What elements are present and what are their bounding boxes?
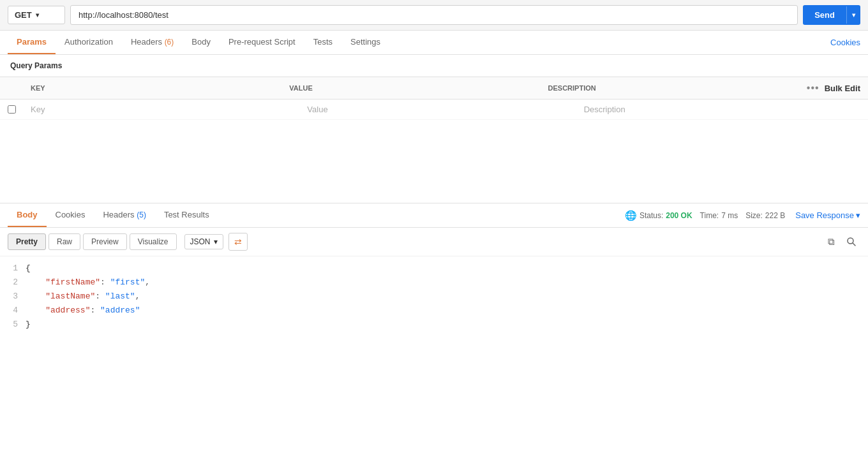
tab-authorization[interactable]: Authorization [56, 31, 122, 54]
line-num-5: 5 [0, 318, 26, 332]
tab-tests[interactable]: Tests [304, 31, 341, 54]
url-input[interactable] [70, 5, 798, 25]
row-checkbox-input[interactable] [8, 105, 16, 114]
method-chevron-icon: ▾ [36, 11, 39, 18]
line-num-2: 2 [0, 276, 26, 290]
response-tab-cookies[interactable]: Cookies [47, 203, 94, 227]
time-value: 7 ms [721, 211, 738, 220]
response-tabs: Body Cookies Headers (5) Test Results 🌐 … [0, 203, 868, 228]
response-tabs-wrap: Body Cookies Headers (5) Test Results 🌐 … [8, 203, 860, 227]
row-key[interactable]: Key [23, 100, 299, 119]
row-description[interactable]: Description [576, 100, 853, 119]
row-checkbox[interactable] [0, 105, 23, 114]
response-section: Body Cookies Headers (5) Test Results 🌐 … [0, 203, 868, 432]
line-content-4: "address": "addres" [26, 304, 868, 318]
view-pretty-button[interactable]: Pretty [8, 233, 46, 250]
copy-button[interactable]: ⧉ [822, 233, 840, 251]
method-select[interactable]: GET ▾ [8, 6, 65, 24]
table-row: Key Value Description [0, 100, 868, 120]
params-table-header: KEY VALUE DESCRIPTION ••• Bulk Edit [0, 77, 868, 100]
save-response-chevron-icon: ▾ [856, 210, 860, 220]
format-select[interactable]: JSON ▾ [184, 234, 223, 249]
copy-icon: ⧉ [828, 236, 835, 247]
response-tab-body[interactable]: Body [8, 203, 47, 227]
code-line-3: 3 "lastName": "last", [0, 290, 868, 304]
line-num-1: 1 [0, 262, 26, 276]
tab-headers-label: Headers [131, 37, 165, 47]
send-button[interactable]: Send ▾ [803, 5, 860, 25]
send-chevron-icon: ▾ [846, 6, 860, 24]
row-value[interactable]: Value [299, 100, 576, 119]
tab-pre-request-script[interactable]: Pre-request Script [220, 31, 304, 54]
code-line-1: 1 { [0, 262, 868, 276]
view-visualize-button[interactable]: Visualize [130, 233, 177, 250]
body-toolbar: Pretty Raw Preview Visualize JSON ▾ ⇄ ⧉ [0, 228, 868, 256]
code-area: 1 { 2 "firstName": "first", 3 "lastName"… [0, 256, 868, 427]
top-bar: GET ▾ Send ▾ [0, 0, 868, 31]
tab-headers-badge: (6) [165, 38, 174, 47]
tab-settings[interactable]: Settings [341, 31, 389, 54]
line-content-3: "lastName": "last", [26, 290, 868, 304]
send-label: Send [803, 5, 846, 25]
format-chevron-icon: ▾ [214, 237, 218, 246]
body-toolbar-icons: ⧉ [822, 233, 860, 251]
status-value: 200 OK [666, 211, 692, 220]
code-line-2: 2 "firstName": "first", [0, 276, 868, 290]
key-column-header: KEY [23, 79, 281, 97]
method-label: GET [15, 10, 32, 20]
format-label: JSON [190, 237, 211, 246]
save-response-label: Save Response [795, 210, 854, 220]
params-empty-space [0, 120, 868, 203]
tab-params[interactable]: Params [8, 31, 56, 54]
wrap-button[interactable]: ⇄ [228, 233, 248, 251]
size-label: Size: [745, 211, 763, 220]
line-content-1: { [26, 262, 868, 276]
response-tab-headers[interactable]: Headers (5) [94, 203, 154, 227]
line-content-2: "firstName": "first", [26, 276, 868, 290]
response-tab-headers-badge: (5) [137, 210, 146, 219]
tab-headers[interactable]: Headers (6) [122, 31, 183, 54]
request-tabs: Params Authorization Headers (6) Body Pr… [0, 31, 868, 55]
response-meta: 🌐 Status: 200 OK Time: 7 ms Size: 222 B … [625, 204, 860, 226]
response-tab-headers-label: Headers [103, 210, 137, 219]
time-label: Time: [700, 211, 719, 220]
cookies-button[interactable]: Cookies [830, 31, 860, 54]
description-column-header: DESCRIPTION [541, 79, 799, 97]
save-response-button[interactable]: Save Response ▾ [788, 204, 860, 226]
status-label: Status: [640, 211, 663, 220]
dots-icon[interactable]: ••• [807, 82, 819, 94]
query-params-header: Query Params [0, 55, 868, 77]
value-column-header: VALUE [281, 79, 540, 97]
globe-icon: 🌐 [625, 210, 637, 221]
line-num-4: 4 [0, 304, 26, 318]
wrap-icon: ⇄ [234, 237, 242, 247]
line-num-3: 3 [0, 290, 26, 304]
response-tab-test-results[interactable]: Test Results [155, 203, 218, 227]
code-line-4: 4 "address": "addres" [0, 304, 868, 318]
svg-line-1 [853, 243, 855, 246]
view-preview-button[interactable]: Preview [83, 233, 127, 250]
line-content-5: } [26, 318, 868, 332]
view-raw-button[interactable]: Raw [49, 233, 80, 250]
search-button[interactable] [842, 233, 860, 251]
code-line-5: 5 } [0, 318, 868, 332]
size-value: 222 B [765, 211, 785, 220]
bulk-edit-col: ••• Bulk Edit [799, 77, 868, 99]
search-icon [846, 237, 857, 247]
bulk-edit-button[interactable]: Bulk Edit [825, 84, 860, 93]
tab-body[interactable]: Body [183, 31, 220, 54]
row-actions [853, 105, 868, 115]
